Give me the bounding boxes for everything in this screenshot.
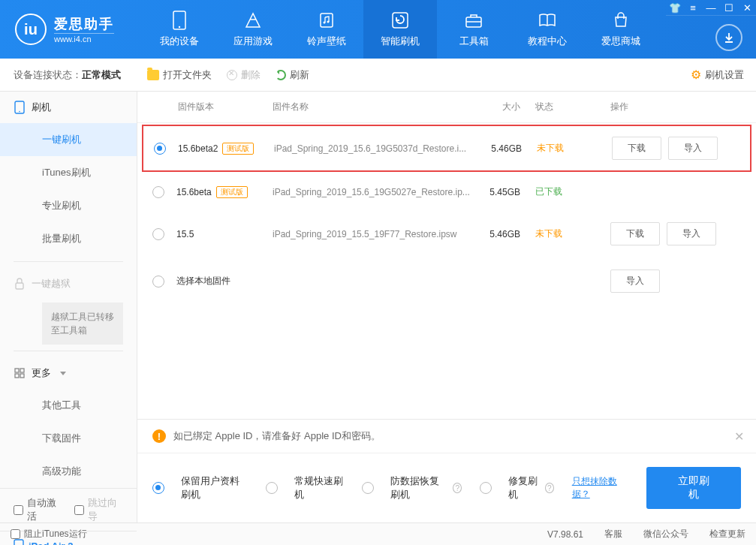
beta-tag: 测试版 [216, 186, 248, 198]
firmware-status: 未下载 [535, 227, 610, 240]
delete-icon [227, 70, 237, 80]
import-button[interactable]: 导入 [667, 222, 716, 245]
sidebar-item-pro[interactable]: 专业刷机 [0, 189, 137, 222]
table-row-local[interactable]: 选择本地固件 导入 [137, 257, 756, 305]
logo[interactable]: iu 爱思助手 www.i4.cn [0, 0, 143, 59]
sidebar-flash-header[interactable]: 刷机 [0, 92, 137, 123]
svg-rect-15 [20, 374, 24, 378]
sidebar-item-batch[interactable]: 批量刷机 [0, 222, 137, 255]
flash-now-button[interactable]: 立即刷机 [646, 467, 741, 509]
sidebar-jailbreak-header: 一键越狱 [0, 268, 137, 300]
sidebar-item-oneclick[interactable]: 一键刷机 [0, 123, 137, 156]
svg-rect-5 [393, 13, 408, 28]
sidebar-item-other[interactable]: 其他工具 [0, 389, 137, 422]
help-icon[interactable]: ? [545, 483, 554, 493]
maximize-icon[interactable]: ☐ [720, 0, 738, 15]
table-header: 固件版本 固件名称 大小 状态 操作 [137, 92, 756, 123]
block-itunes-checkbox[interactable]: 阻止iTunes运行 [11, 528, 87, 540]
connection-status: 设备连接状态：正常模式 [14, 68, 147, 82]
col-name: 固件名称 [273, 101, 475, 113]
radio-button[interactable] [152, 482, 164, 494]
tshirt-icon[interactable]: 👕 [666, 0, 684, 15]
header: iu 爱思助手 www.i4.cn 我的设备 应用游戏 铃声壁纸 智能刷机 工具… [0, 0, 756, 59]
firmware-name: iPad_Spring_2019_15.6_19G5027e_Restore.i… [273, 187, 475, 197]
auto-activate-row: 自动激活 跳过向导 [0, 489, 137, 531]
svg-rect-2 [321, 14, 333, 27]
logo-icon: iu [15, 14, 47, 45]
firmware-status: 已下载 [535, 185, 610, 198]
sidebar-item-advanced[interactable]: 高级功能 [0, 455, 137, 488]
col-action: 操作 [610, 101, 738, 113]
warning-text: 如已绑定 Apple ID，请准备好 Apple ID和密码。 [173, 429, 381, 443]
nav-apps[interactable]: 应用游戏 [216, 0, 290, 59]
import-button[interactable]: 导入 [610, 269, 660, 293]
divider [14, 261, 123, 262]
sidebar-more-header[interactable]: 更多 [0, 357, 137, 389]
store-icon [611, 11, 631, 30]
sidebar-item-download-fw[interactable]: 下载固件 [0, 422, 137, 455]
refresh-button[interactable]: 刷新 [276, 68, 309, 82]
folder-icon [147, 70, 159, 80]
minimize-icon[interactable]: — [702, 0, 720, 15]
nav-ringtones[interactable]: 铃声壁纸 [290, 0, 363, 59]
divider [14, 351, 123, 351]
table-row[interactable]: 15.6beta 测试版 iPad_Spring_2019_15.6_19G50… [137, 173, 756, 210]
opt-repair[interactable]: 修复刷机? [480, 474, 553, 501]
app-title: 爱思助手 [54, 15, 114, 33]
radio-button[interactable] [152, 276, 164, 288]
svg-rect-14 [15, 374, 19, 378]
svg-rect-13 [20, 369, 24, 372]
main: 刷机 一键刷机 iTunes刷机 专业刷机 批量刷机 一键越狱 越狱工具已转移至… [0, 92, 756, 522]
table-row[interactable]: 15.5 iPad_Spring_2019_15.5_19F77_Restore… [137, 210, 756, 257]
skip-guide-checkbox[interactable]: 跳过向导 [74, 496, 123, 523]
help-icon[interactable]: ? [453, 483, 462, 493]
sidebar-item-itunes[interactable]: iTunes刷机 [0, 156, 137, 189]
svg-point-10 [19, 111, 20, 113]
bottom-panel: ! 如已绑定 Apple ID，请准备好 Apple ID和密码。 ✕ 保留用户… [137, 419, 756, 522]
grid-icon [14, 367, 26, 379]
erase-data-link[interactable]: 只想抹除数据？ [572, 475, 628, 501]
firmware-version: 15.6beta2 [178, 143, 218, 154]
footer-link-update[interactable]: 检查更新 [709, 528, 745, 540]
book-icon [538, 11, 557, 30]
col-status: 状态 [535, 101, 610, 113]
footer-link-wechat[interactable]: 微信公众号 [643, 528, 688, 540]
auto-activate-checkbox[interactable]: 自动激活 [14, 496, 62, 523]
firmware-name: iPad_Spring_2019_15.6_19G5037d_Restore.i… [274, 143, 477, 154]
svg-point-4 [327, 21, 330, 23]
firmware-size: 5.45GB [475, 187, 535, 197]
download-button[interactable]: 下载 [610, 222, 660, 245]
nav-flash[interactable]: 智能刷机 [363, 0, 437, 59]
radio-button[interactable] [480, 482, 492, 494]
firmware-status: 未下载 [537, 142, 612, 155]
col-size: 大小 [475, 101, 535, 113]
opt-keep-data[interactable]: 保留用户资料刷机 [152, 474, 248, 501]
nav-store[interactable]: 爱思商城 [584, 0, 658, 59]
opt-normal[interactable]: 常规快速刷机 [266, 474, 344, 501]
radio-button[interactable] [152, 186, 164, 198]
radio-button[interactable] [154, 143, 166, 155]
opt-anti-recover[interactable]: 防数据恢复刷机? [362, 474, 462, 501]
close-warning-button[interactable]: ✕ [734, 429, 744, 444]
radio-button[interactable] [152, 228, 164, 240]
table-row[interactable]: 15.6beta2 测试版 iPad_Spring_2019_15.6_19G5… [142, 125, 751, 172]
close-icon[interactable]: ✕ [738, 0, 756, 15]
download-button[interactable]: 下载 [612, 137, 661, 160]
radio-button[interactable] [266, 482, 278, 494]
flash-settings-button[interactable]: ⚙ 刷机设置 [691, 68, 744, 82]
menu-icon[interactable]: ≡ [684, 0, 702, 15]
device-icon [170, 11, 189, 30]
beta-tag: 测试版 [222, 143, 254, 155]
svg-rect-11 [16, 283, 23, 289]
open-folder-button[interactable]: 打开文件夹 [147, 68, 212, 82]
import-button[interactable]: 导入 [668, 137, 718, 160]
nav-toolbox[interactable]: 工具箱 [437, 0, 511, 59]
radio-button[interactable] [362, 482, 374, 494]
flash-icon [390, 11, 410, 30]
footer-link-support[interactable]: 客服 [604, 528, 622, 540]
download-button[interactable] [715, 24, 742, 51]
nav-my-device[interactable]: 我的设备 [143, 0, 216, 59]
nav-tutorials[interactable]: 教程中心 [511, 0, 584, 59]
content: 固件版本 固件名称 大小 状态 操作 15.6beta2 测试版 iPad_Sp… [137, 92, 756, 522]
firmware-version: 15.6beta [176, 187, 212, 197]
